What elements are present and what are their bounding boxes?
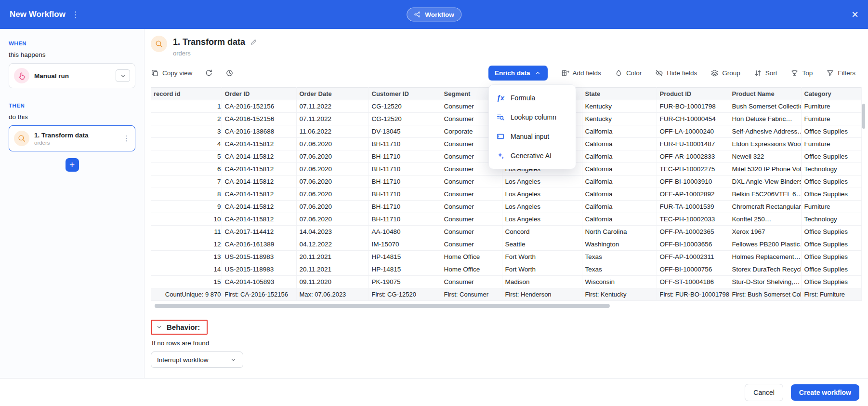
table-cell[interactable]: TEC-PH-10002033 xyxy=(657,213,729,226)
copy-view-button[interactable]: Copy view xyxy=(151,69,192,77)
table-cell[interactable]: 04.12.2022 xyxy=(296,238,368,251)
table-cell[interactable]: Texas xyxy=(582,263,657,276)
table-cell[interactable]: Eldon Expressions Woo… xyxy=(729,138,801,150)
table-cell[interactable]: Xerox 1967 xyxy=(729,226,801,238)
column-header[interactable]: Customer ID xyxy=(368,88,441,100)
table-cell[interactable]: Madison xyxy=(502,276,582,288)
trigger-card-manual-run[interactable]: Manual run xyxy=(9,63,135,88)
table-cell[interactable]: 4 xyxy=(151,138,222,150)
table-cell[interactable]: Office Supplies xyxy=(801,125,861,138)
table-cell[interactable]: California xyxy=(582,201,657,213)
sort-button[interactable]: Sort xyxy=(754,69,777,77)
table-cell[interactable]: Furniture xyxy=(801,201,861,213)
close-icon[interactable]: × xyxy=(852,9,858,20)
table-cell[interactable]: OFF-BI-10000756 xyxy=(657,263,729,276)
table-cell[interactable]: HP-14815 xyxy=(368,251,441,263)
table-cell[interactable]: FUR-CH-10000454 xyxy=(657,113,729,125)
table-cell[interactable]: FUR-BO-10001798 xyxy=(657,100,729,113)
behavior-toggle[interactable]: Behavior: xyxy=(151,320,208,335)
table-cell[interactable]: California xyxy=(582,125,657,138)
table-cell[interactable]: Stur-D-Stor Shelving,… xyxy=(729,276,801,288)
table-cell[interactable]: Kentucky xyxy=(582,100,657,113)
table-cell[interactable]: 07.06.2020 xyxy=(296,176,368,188)
step-card-transform-data[interactable]: 1. Transform data orders ⋮ xyxy=(9,125,135,151)
table-cell[interactable]: Self-Adhesive Address… xyxy=(729,125,801,138)
table-cell[interactable]: TEC-PH-10002275 xyxy=(657,163,729,176)
table-cell[interactable]: PK-19075 xyxy=(368,276,441,288)
table-cell[interactable]: Consumer xyxy=(441,238,502,251)
table-cell[interactable]: BH-11710 xyxy=(368,176,441,188)
table-cell[interactable]: Los Angeles xyxy=(502,188,582,201)
table-cell[interactable]: Bush Somerset Collectio… xyxy=(729,100,801,113)
table-cell[interactable]: Consumer xyxy=(441,176,502,188)
table-cell[interactable]: 07.06.2020 xyxy=(296,138,368,150)
table-cell[interactable]: Holmes Replacement… xyxy=(729,251,801,263)
table-cell[interactable]: BH-11710 xyxy=(368,163,441,176)
table-cell[interactable]: CA-2014-115812 xyxy=(222,188,296,201)
table-cell[interactable]: Concord xyxy=(502,226,582,238)
hide-fields-button[interactable]: Hide fields xyxy=(655,69,697,77)
table-cell[interactable]: CA-2014-115812 xyxy=(222,163,296,176)
table-cell[interactable]: 9 xyxy=(151,201,222,213)
table-cell[interactable]: California xyxy=(582,150,657,163)
table-cell[interactable]: IM-15070 xyxy=(368,238,441,251)
table-cell[interactable]: 20.11.2021 xyxy=(296,251,368,263)
table-cell[interactable]: CG-12520 xyxy=(368,100,441,113)
table-cell[interactable]: Chromcraft Rectangular… xyxy=(729,201,801,213)
table-cell[interactable]: HP-14815 xyxy=(368,263,441,276)
table-cell[interactable]: North Carolina xyxy=(582,226,657,238)
table-cell[interactable]: 10 xyxy=(151,213,222,226)
table-cell[interactable]: California xyxy=(582,163,657,176)
table-cell[interactable]: CA-2017-114412 xyxy=(222,226,296,238)
table-cell[interactable]: Consumer xyxy=(441,188,502,201)
table-cell[interactable]: 07.06.2020 xyxy=(296,201,368,213)
refresh-button[interactable] xyxy=(205,69,213,77)
column-header[interactable]: Category xyxy=(801,88,861,100)
table-cell[interactable]: BH-11710 xyxy=(368,188,441,201)
table-cell[interactable]: Fellowes PB200 Plastic… xyxy=(729,238,801,251)
table-cell[interactable]: 09.11.2020 xyxy=(296,276,368,288)
table-cell[interactable]: OFF-AP-10002892 xyxy=(657,188,729,201)
table-cell[interactable]: 3 xyxy=(151,125,222,138)
table-cell[interactable]: Konftel 250… xyxy=(729,213,801,226)
column-header[interactable]: Order ID xyxy=(222,88,296,100)
step-options-icon[interactable]: ⋮ xyxy=(123,134,130,143)
top-button[interactable]: Top xyxy=(790,69,813,77)
table-cell[interactable]: Office Supplies xyxy=(801,176,861,188)
menu-item-formula[interactable]: ƒx Formula xyxy=(489,88,576,108)
menu-item-generative-ai[interactable]: Generative AI xyxy=(489,146,576,165)
column-header[interactable]: State xyxy=(582,88,657,100)
table-cell[interactable]: 15 xyxy=(151,276,222,288)
table-cell[interactable]: Washington xyxy=(582,238,657,251)
menu-item-manual-input[interactable]: Manual input xyxy=(489,127,576,146)
table-cell[interactable]: Fort Worth xyxy=(502,263,582,276)
table-cell[interactable]: CA-2016-152156 xyxy=(222,100,296,113)
table-cell[interactable]: BH-11710 xyxy=(368,201,441,213)
table-cell[interactable]: 8 xyxy=(151,188,222,201)
table-cell[interactable]: Kentucky xyxy=(582,113,657,125)
column-header[interactable]: record id xyxy=(151,88,222,100)
table-cell[interactable]: Los Angeles xyxy=(502,176,582,188)
table-cell[interactable]: AA-10480 xyxy=(368,226,441,238)
table-cell[interactable]: CA-2014-115812 xyxy=(222,201,296,213)
table-cell[interactable]: Office Supplies xyxy=(801,188,861,201)
table-cell[interactable]: Belkin F5C206VTEL 6… xyxy=(729,188,801,201)
table-cell[interactable]: CA-2014-115812 xyxy=(222,213,296,226)
table-cell[interactable]: US-2015-118983 xyxy=(222,251,296,263)
table-cell[interactable]: Office Supplies xyxy=(801,276,861,288)
table-cell[interactable]: 07.06.2020 xyxy=(296,213,368,226)
table-cell[interactable]: 07.06.2020 xyxy=(296,188,368,201)
column-header[interactable]: Order Date xyxy=(296,88,368,100)
horizontal-scrollbar[interactable] xyxy=(155,304,610,308)
table-cell[interactable]: California xyxy=(582,176,657,188)
workflow-tab[interactable]: Workflow xyxy=(407,8,461,22)
table-cell[interactable]: 07.06.2020 xyxy=(296,150,368,163)
table-cell[interactable]: 12 xyxy=(151,238,222,251)
table-cell[interactable]: Technology xyxy=(801,163,861,176)
table-cell[interactable]: Office Supplies xyxy=(801,251,861,263)
table-cell[interactable]: Office Supplies xyxy=(801,238,861,251)
table-cell[interactable]: Consumer xyxy=(441,226,502,238)
column-header[interactable]: Product Name xyxy=(729,88,801,100)
table-cell[interactable]: FUR-FU-10001487 xyxy=(657,138,729,150)
add-step-button[interactable]: + xyxy=(66,158,79,172)
